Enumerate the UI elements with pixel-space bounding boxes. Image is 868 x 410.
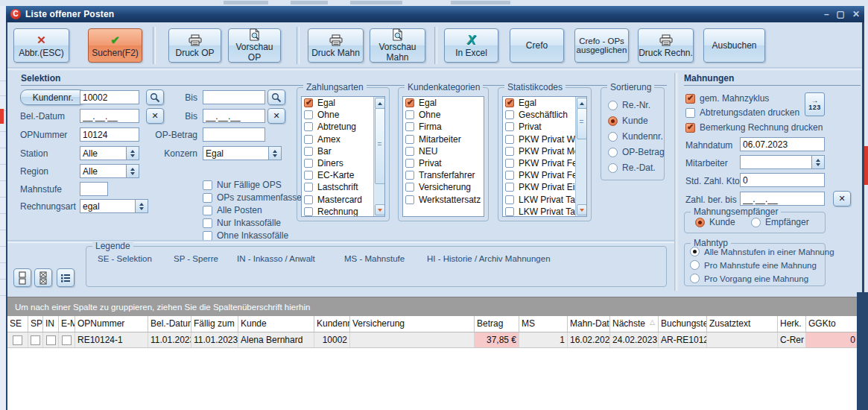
- col-header-buchungstext[interactable]: Buchungstext: [659, 316, 707, 332]
- bel-datum-clear-button[interactable]: ✕: [146, 108, 164, 124]
- list-item[interactable]: Geschäftlich: [503, 109, 579, 121]
- maximize-icon[interactable]: ▢: [837, 9, 845, 19]
- option-nur-faellige-ops[interactable]: Nur Fällige OPS: [203, 180, 282, 190]
- checkbox[interactable]: [685, 123, 695, 133]
- zahl-ber-bis-clear-button[interactable]: ✕: [833, 191, 851, 206]
- mahntyp-pro-stufe[interactable]: Pro Mahnstufe eine Mahnung: [690, 260, 817, 270]
- crefo-ops-button[interactable]: Crefo - OPs ausgeglichen: [574, 28, 629, 63]
- option-ops-zusammenfassen[interactable]: OPs zusammenfassen: [203, 192, 307, 203]
- cell-in[interactable]: [43, 332, 59, 347]
- checkbox[interactable]: [405, 147, 414, 156]
- list-item[interactable]: Mitarbeiter: [403, 133, 484, 145]
- list-item[interactable]: Ohne: [302, 109, 384, 121]
- list-item[interactable]: EC-Karte: [302, 169, 384, 181]
- list-item[interactable]: PKW Privat Monat: [503, 145, 579, 157]
- renumber-button[interactable]: → 123: [805, 92, 825, 116]
- list-item[interactable]: Privat: [503, 121, 579, 133]
- search-button[interactable]: ✔ Suchen(F2): [88, 28, 142, 63]
- deselect-all-button[interactable]: [13, 268, 31, 287]
- checkbox[interactable]: [203, 180, 212, 190]
- scrollbar[interactable]: [575, 97, 586, 216]
- checkbox[interactable]: [31, 335, 40, 345]
- radio[interactable]: [690, 274, 700, 283]
- checkbox[interactable]: [405, 135, 414, 144]
- scroll-thumb[interactable]: [577, 108, 587, 139]
- preview-op-button[interactable]: Vorschau OP: [228, 28, 281, 63]
- list-item[interactable]: Ohne: [403, 109, 484, 121]
- print-rechn-button[interactable]: Druck Rechn.: [638, 28, 694, 63]
- print-mahn-button[interactable]: Druck Mahn: [308, 28, 364, 63]
- statistikcodes-list[interactable]: Egal Geschäftlich Privat PKW Privat Woch…: [502, 96, 587, 217]
- scroll-down-icon[interactable]: [577, 204, 587, 215]
- list-item[interactable]: Lastschrift: [302, 181, 384, 193]
- mahn-check-bemerkung[interactable]: Bemerkung Rechnung drucken: [685, 122, 823, 133]
- list-item[interactable]: Bar: [302, 145, 384, 157]
- checkbox[interactable]: [405, 159, 414, 168]
- mahntyp-alle-stufen[interactable]: Alle Mahnstufen in einer Mahnung: [690, 247, 834, 256]
- kundennr-input[interactable]: [80, 90, 139, 104]
- option-nur-inkassofaelle[interactable]: Nur Inkassofälle: [203, 218, 281, 228]
- radio[interactable]: [690, 260, 700, 270]
- list-item[interactable]: PKW Privat Feierta: [503, 157, 579, 169]
- scroll-down-icon[interactable]: [375, 204, 385, 215]
- sort-re-nr[interactable]: Re.-Nr.: [608, 100, 650, 110]
- list-item[interactable]: NEU: [403, 145, 484, 157]
- std-zahl-kto-input[interactable]: [740, 173, 825, 187]
- export-excel-button[interactable]: X In Excel: [444, 28, 498, 63]
- op-betrag-input[interactable]: [203, 127, 265, 142]
- spinner-icon[interactable]: [811, 156, 824, 168]
- checkbox[interactable]: [304, 159, 313, 168]
- checkbox[interactable]: [203, 218, 212, 228]
- checkbox[interactable]: [304, 98, 313, 107]
- col-header-betrag[interactable]: Betrag: [475, 316, 519, 332]
- list-item[interactable]: Firma: [403, 121, 484, 133]
- empfaenger-kunde[interactable]: Kunde: [695, 217, 735, 227]
- col-header-in[interactable]: IN: [43, 316, 59, 332]
- col-header-se[interactable]: SE: [7, 316, 28, 332]
- checkbox[interactable]: [405, 195, 414, 204]
- grid-empty-area[interactable]: [7, 348, 857, 410]
- col-header-ggkto[interactable]: GGKto: [806, 316, 857, 332]
- cell-kundennr[interactable]: 10002: [314, 332, 350, 347]
- bel-datum-input[interactable]: [80, 109, 139, 123]
- select-all-button[interactable]: [34, 268, 52, 287]
- checkbox[interactable]: [304, 183, 313, 192]
- radio[interactable]: [690, 247, 700, 256]
- checkbox[interactable]: [505, 110, 514, 119]
- checkbox[interactable]: [405, 98, 414, 107]
- cell-opnummer[interactable]: RE10124-1: [75, 332, 148, 347]
- cell-kunde[interactable]: Alena Bernhard: [238, 332, 314, 347]
- grid-group-hint-bar[interactable]: Um nach einer Spalte zu gruppieren, zieh…: [7, 297, 857, 316]
- checkbox[interactable]: [304, 207, 313, 216]
- konzern-select[interactable]: Egal: [203, 146, 282, 160]
- cell-zusatztext[interactable]: [707, 332, 778, 347]
- list-item[interactable]: PKW Privat Woche: [503, 133, 579, 145]
- checkbox[interactable]: [304, 195, 313, 204]
- spinner-icon[interactable]: [126, 165, 139, 177]
- radio[interactable]: [608, 116, 618, 126]
- cell-mahn-dat[interactable]: 16.02.2023: [568, 332, 610, 347]
- mahndatum-input[interactable]: [740, 137, 825, 151]
- list-item[interactable]: Rechnung: [302, 206, 384, 217]
- list-item[interactable]: Egal: [302, 97, 384, 109]
- col-header-zusatztext[interactable]: Zusatztext: [707, 316, 778, 332]
- checkbox[interactable]: [505, 183, 514, 192]
- checkbox[interactable]: [505, 195, 514, 204]
- empfaenger-empfaenger[interactable]: Empfänger: [751, 217, 809, 227]
- grid-data-row[interactable]: RE10124-1 11.01.2023 11.01.2023 Alena Be…: [7, 332, 857, 348]
- scrollbar[interactable]: [373, 97, 384, 216]
- col-header-em[interactable]: E-M: [59, 316, 75, 332]
- checkbox[interactable]: [685, 94, 695, 104]
- crefo-button[interactable]: Crefo: [510, 28, 564, 63]
- list-item[interactable]: Amex: [302, 133, 384, 145]
- checkbox[interactable]: [405, 183, 414, 192]
- bis1-search-button[interactable]: [267, 89, 285, 105]
- spinner-icon[interactable]: [135, 200, 148, 212]
- checkbox[interactable]: [405, 122, 414, 131]
- preview-mahn-button[interactable]: Vorschau Mahn: [370, 28, 425, 63]
- radio[interactable]: [608, 132, 618, 142]
- radio[interactable]: [695, 218, 705, 227]
- zahlungsarten-list[interactable]: Egal Ohne Abtretung Amex Bar Diners EC-K…: [301, 96, 385, 217]
- checkbox[interactable]: [203, 193, 212, 203]
- col-header-naechste[interactable]: Nächste △: [610, 316, 659, 332]
